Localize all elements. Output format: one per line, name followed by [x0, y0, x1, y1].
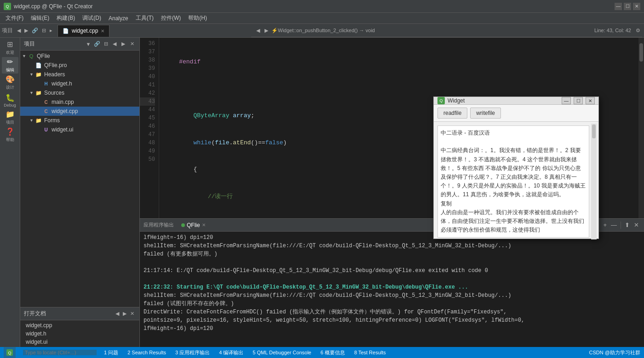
open-doc-widget-ui[interactable]: widget.ui: [20, 338, 139, 346]
status-test-results[interactable]: 8 Test Results: [352, 350, 388, 355]
status-search-results[interactable]: 2 Search Results: [126, 350, 168, 355]
output-tab-bar: 应用程序输出 QFlie ✕: [144, 220, 209, 230]
linenum-39: 39: [140, 64, 155, 73]
main-toolbar: 项目 ◀ ▶ 🔗 ⊟ ▸ 📄 widget.cpp ✕ ◀ ▶ ⚡Widget:…: [0, 24, 644, 38]
line-col-indicator: Line: 43, Col: 42: [594, 28, 631, 33]
toolbar-more[interactable]: ▸: [48, 27, 54, 34]
help-label: 帮助: [6, 137, 14, 143]
linenum-46: 46: [140, 122, 155, 131]
output-remove[interactable]: —: [610, 221, 618, 229]
output-line-4: [144, 258, 640, 267]
csdn-label: CSDN @助力学习社群: [589, 349, 640, 356]
output-line-7: 21:22:32: Starting E:\QT code\build-QFli…: [144, 283, 640, 291]
output-tab-qflie-close[interactable]: ✕: [202, 222, 206, 227]
settings-icon: ⚙: [636, 28, 640, 34]
scrollbar-thumb[interactable]: [639, 43, 643, 62]
menu-build[interactable]: 构建(B): [53, 13, 79, 23]
tree-item-widget-h[interactable]: H widget.h: [20, 79, 139, 88]
status-qml-debugger[interactable]: 5 QML Debugger Console: [251, 350, 313, 355]
toolbar-split[interactable]: ⊟: [40, 27, 47, 34]
tab-label: widget.cpp: [72, 28, 98, 34]
readfile-button[interactable]: readfile: [437, 108, 467, 119]
menu-analyze[interactable]: Analyze: [105, 14, 132, 23]
location-nav-forward[interactable]: ▶: [263, 27, 270, 34]
app-output-label: 应用程序输出: [144, 222, 174, 228]
sidebar-debug[interactable]: 🐛 Debug: [2, 92, 18, 108]
line-numbers: 36 37 38 39 40 41 42 43 44 45 46 47 48 4…: [140, 38, 159, 218]
tree-arrow-forms: ▼: [29, 118, 35, 123]
tree-item-sources[interactable]: ▼ 📁 Sources: [20, 88, 139, 97]
open-docs-nav-fwd[interactable]: ▶: [121, 310, 128, 317]
qflie-dot: [181, 223, 185, 227]
output-tab-qflie[interactable]: QFlie ✕: [178, 220, 209, 230]
open-doc-widget-h[interactable]: widget.h: [20, 330, 139, 338]
toolbar-nav-forward[interactable]: ▶: [23, 27, 29, 34]
editor-tab-widget-cpp[interactable]: 📄 widget.cpp ✕: [58, 25, 109, 37]
maximize-button[interactable]: ☐: [624, 3, 631, 10]
status-problems[interactable]: 1 问题: [102, 349, 120, 356]
menu-tools[interactable]: 工具(T): [132, 13, 157, 23]
menu-debug[interactable]: 调试(D): [79, 13, 105, 23]
sidebar-edit[interactable]: ✏ 编辑: [2, 57, 18, 74]
tree-label-widget-ui: widget.ui: [52, 126, 73, 133]
open-docs-nav-back[interactable]: ◀: [114, 310, 121, 317]
output-expand[interactable]: ⬆: [623, 221, 631, 229]
open-docs-header: 打开文档 ◀ ▶ ✕: [20, 307, 139, 320]
code-line-36: #endif: [165, 57, 633, 67]
tree-item-qflie-pro[interactable]: 📄 QFlie.pro: [20, 61, 139, 70]
widget-scrollbar-thumb[interactable]: [592, 125, 596, 138]
tree-label-widget-cpp: widget.cpp: [52, 108, 78, 114]
close-button[interactable]: ✕: [633, 3, 640, 10]
project-panel: 项目 ▼ 🔗 ⊟ ◀ ▶ ✕ ▼ Q QFlie 📄 QFli: [20, 38, 140, 347]
forms-folder-icon: 📁: [35, 117, 42, 124]
widget-scrollbar[interactable]: [591, 124, 597, 239]
status-overview[interactable]: 6 概要信息: [319, 349, 347, 356]
tree-item-qflie[interactable]: ▼ Q QFlie: [20, 51, 139, 61]
tree-item-main-cpp[interactable]: C main.cpp: [20, 97, 139, 107]
project-close[interactable]: ✕: [128, 40, 136, 48]
linenum-38: 38: [140, 56, 155, 64]
tree-label-widget-h: widget.h: [52, 80, 72, 87]
output-close[interactable]: ✕: [632, 221, 640, 229]
sidebar-help[interactable]: ❓ 帮助: [2, 127, 18, 143]
minimize-button[interactable]: —: [615, 3, 622, 10]
open-docs-title: 打开文档: [24, 310, 46, 318]
sidebar-welcome[interactable]: ⊞ 欢迎: [2, 40, 18, 56]
toolbar-nav-back[interactable]: ◀: [16, 27, 22, 34]
output-tab-qflie-label: QFlie: [187, 222, 200, 228]
sidebar-project[interactable]: 📁 项目: [2, 109, 18, 126]
tab-close-button[interactable]: ✕: [101, 28, 104, 34]
project-filter-btn[interactable]: ▼: [85, 40, 92, 48]
tree-item-widget-ui[interactable]: U widget.ui: [20, 125, 139, 134]
menu-edit[interactable]: 编辑(E): [27, 13, 53, 23]
writefile-button[interactable]: writefile: [470, 108, 501, 119]
widget-close-btn[interactable]: ✕: [586, 97, 595, 104]
menu-file[interactable]: 文件(F): [2, 13, 27, 23]
location-nav-back[interactable]: ◀: [255, 27, 261, 34]
tree-item-forms[interactable]: ▼ 📁 Forms: [20, 116, 139, 125]
widget-maximize-btn[interactable]: ☐: [574, 97, 583, 104]
toolbar-link[interactable]: 🔗: [30, 27, 40, 34]
workspace: ⊞ 欢迎 ✏ 编辑 🎨 设计 🐛 Debug 📁 项目 ❓ 帮助 项目 ▼: [0, 38, 644, 347]
open-docs-close[interactable]: ✕: [129, 310, 136, 317]
locate-input[interactable]: [23, 350, 97, 355]
open-doc-widget-cpp[interactable]: widget.cpp: [20, 321, 139, 330]
output-add[interactable]: +: [602, 221, 608, 229]
project-nav-fwd[interactable]: ▶: [120, 40, 127, 48]
widget-minimize-btn[interactable]: —: [562, 97, 571, 104]
status-compile-output[interactable]: 4 编译输出: [217, 349, 245, 356]
ui-file-icon: U: [42, 126, 50, 133]
project-layout-btn[interactable]: ⊟: [102, 40, 109, 48]
linenum-36: 36: [140, 40, 155, 48]
menu-controls[interactable]: 控件(W): [157, 13, 184, 23]
status-app-output[interactable]: 3 应用程序输出: [173, 349, 212, 356]
tree-label-main-cpp: main.cpp: [52, 99, 74, 105]
project-sync-btn[interactable]: 🔗: [93, 40, 101, 48]
sidebar-design[interactable]: 🎨 设计: [2, 74, 18, 91]
project-nav-back[interactable]: ◀: [111, 40, 118, 48]
tree-item-headers[interactable]: ▼ 📁 Headers: [20, 70, 139, 79]
menu-help[interactable]: 帮助(H): [184, 13, 211, 23]
tree-item-widget-cpp[interactable]: C widget.cpp: [20, 107, 139, 116]
widget-text-content[interactable]: 中二语录 - 百度汉语 中二病经典台词：。1。我没有错，错的是世界！。2 我要拯…: [437, 125, 589, 238]
editor-scrollbar[interactable]: [638, 38, 644, 218]
